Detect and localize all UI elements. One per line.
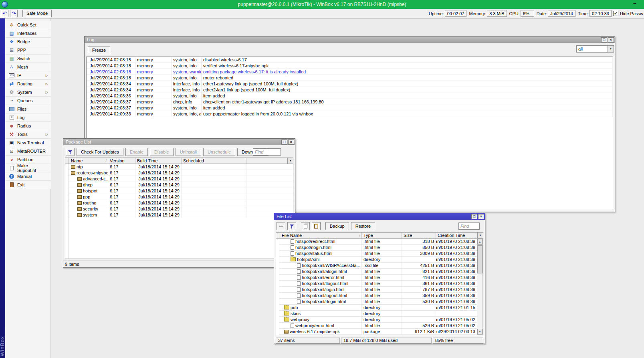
sidebar-item-bridge[interactable]: ❖ Bridge [5,38,51,46]
package-find-input[interactable] [253,148,281,156]
sidebar-item-switch[interactable]: ▦ Switch [5,55,51,63]
file-row[interactable]: webproxy/error.html .html file 529 B Jan… [279,323,477,329]
file-row[interactable]: hotspot/xml/rlogin.html .html file 530 B… [279,299,477,305]
log-row[interactable]: Jul/29/2014 02:08:15 memory system, info… [87,57,613,63]
file-header-menu-button[interactable]: ▼ [477,233,483,238]
column-header-version[interactable]: Version [108,158,135,164]
log-close-button[interactable]: × [608,37,614,42]
package-close-button[interactable]: × [288,140,294,145]
restore-button[interactable]: Restore [351,222,375,230]
backup-button[interactable]: Backup [325,222,349,230]
combo-dropdown-icon[interactable]: ▼ [608,45,614,53]
sidebar-item-exit[interactable]: Exit [5,181,51,189]
file-row[interactable]: pub directory Jan/01/1970 21:01:15 [279,305,477,311]
log-maximize-button[interactable]: □ [601,37,607,42]
log-row[interactable]: Jul/29/2014 02:08:37 memory system, info… [87,105,613,111]
column-header-scheduled[interactable]: Scheduled [182,158,246,164]
redo-button[interactable]: ↷ [10,10,18,17]
file-close-button[interactable]: × [478,214,484,219]
column-header-name[interactable]: Name/ [69,158,108,164]
unschedule-button[interactable]: Unschedule [203,148,235,156]
undo-button[interactable]: ↶ [1,10,8,17]
package-row[interactable]: advanced-t... 6.17 Jul/18/2014 15:14:29 [69,176,293,182]
column-header-type[interactable]: Type [362,233,402,238]
package-row[interactable]: ppp 6.17 Jul/18/2014 15:14:29 [69,194,293,200]
file-row[interactable]: hotspot/rlogin.html .html file 850 B Jan… [279,245,477,251]
scroll-down-icon[interactable]: ▼ [477,329,482,334]
scrollbar-thumb[interactable] [477,245,482,273]
log-row[interactable]: Jul/29/2014 02:08:34 memory interface, i… [87,81,613,87]
file-window-titlebar[interactable]: File List □ × [274,213,485,220]
sidebar-item-log[interactable]: ≡ Log [5,113,51,122]
sidebar-item-ppp[interactable]: ⊞ PPP [5,46,51,55]
package-row[interactable]: hotspot 6.17 Jul/18/2014 15:14:29 [69,188,293,194]
package-header-menu-button[interactable]: ▼ [287,158,293,164]
sidebar-item-routing[interactable]: ⇄ Routing ▷ [5,80,51,88]
app-titlebar[interactable]: puppetmaster@20.0.0.1 (MikroTik) - WinBo… [0,0,644,9]
log-row[interactable]: Jul/29/2014 02:08:37 memory dhcp, info d… [87,99,613,105]
package-maximize-button[interactable]: □ [281,140,287,145]
copy-button[interactable] [301,222,310,230]
log-row[interactable]: Jul/29/2014 02:09:33 memory system, info… [87,111,613,117]
sidebar-item-mesh[interactable]: ∴ Mesh [5,63,51,71]
package-window-titlebar[interactable]: Package List □ × [63,139,295,145]
sidebar-item-new-terminal[interactable]: ▣ New Terminal [5,139,51,147]
package-filter-button[interactable] [66,148,75,156]
file-row[interactable]: hotspot/xml directory Jan/01/1970 21:08:… [279,257,477,263]
sidebar-item-partition[interactable]: ◕ Partition [5,156,51,164]
column-header-build-time[interactable]: Build Time [135,158,182,164]
package-row[interactable]: system 6.17 Jul/18/2014 15:14:29 [69,212,293,218]
log-filter-combobox[interactable]: all ▼ [576,45,614,53]
log-row[interactable]: Jul/29/2014 02:08:34 memory interface, i… [87,87,613,93]
file-row[interactable]: skins directory [279,311,477,317]
file-row[interactable]: hotspot/xml/alogin.html .html file 821 B… [279,269,477,275]
file-row[interactable]: hotspot/xml/error.html .html file 416 B … [279,275,477,281]
sidebar-item-manual[interactable]: ? Manual [5,172,51,181]
check-for-updates-button[interactable]: Check For Updates [77,148,123,156]
file-filter-button[interactable] [287,222,296,230]
package-row[interactable]: dhcp 6.17 Jul/18/2014 15:14:29 [69,182,293,188]
sidebar-item-system[interactable]: ⚙ System ▷ [5,88,51,97]
freeze-button[interactable]: Freeze [88,46,110,54]
minimize-button[interactable]: – [631,0,638,6]
sidebar-item-quick-set[interactable]: ✼ Quick Set [5,21,51,29]
log-row[interactable]: Jul/29/2014 02:08:18 memory system, warn… [87,69,613,75]
package-row[interactable]: routing 6.17 Jul/18/2014 15:14:29 [69,200,293,206]
file-find-input[interactable] [458,222,480,230]
sidebar-item-tools[interactable]: ⚒ Tools ▷ [5,130,51,139]
log-row[interactable]: Jul/29/2014 02:08:18 memory system, info… [87,75,613,81]
log-row[interactable]: Jul/29/2014 02:08:18 memory system, info… [87,63,613,69]
log-row[interactable]: Jul/29/2014 02:08:36 memory system, info… [87,93,613,99]
enable-button[interactable]: Enable [125,148,148,156]
column-header-size[interactable]: Size [402,233,436,238]
scroll-up-icon[interactable]: ▲ [477,239,482,245]
package-row[interactable]: routeros-mipsbe 6.17 Jul/18/2014 15:14:2… [69,170,293,176]
sidebar-item-queues[interactable]: ◔ Queues [5,97,51,105]
remove-file-button[interactable] [277,222,285,230]
file-row[interactable]: hotspot/xml/logout.html .html file 359 B… [279,293,477,299]
column-header-creation-time[interactable]: Creation Time [436,233,477,238]
file-row[interactable]: webproxy directory Jan/01/1970 21:05:02 [279,317,477,323]
column-header-file-name[interactable]: File Name/ [279,233,362,238]
file-row[interactable]: wireless-6.17-mipsbe.npk package 912.1 K… [279,329,477,335]
log-window-titlebar[interactable]: Log □ × [85,36,615,43]
disable-button[interactable]: Disable [150,148,174,156]
file-row[interactable]: hotspot/status.html .html file 3009 B Ja… [279,251,477,257]
sidebar-item-interfaces[interactable]: ▤ Interfaces [5,29,51,38]
uninstall-button[interactable]: Uninstall [176,148,201,156]
sidebar-item-metarouter[interactable]: ⊡ MetaROUTER [5,147,51,156]
file-row[interactable]: hotspot/redirect.html .html file 318 B J… [279,239,477,245]
file-row[interactable]: hotspot/xml/WISPAccessGa... .xsd file 42… [279,263,477,269]
sidebar-item-files[interactable]: Files [5,105,51,113]
sidebar-item-radius[interactable]: ☻ Radius [5,122,51,130]
file-row[interactable]: hotspot/xml/flogout.html .html file 361 … [279,281,477,287]
file-maximize-button[interactable]: □ [471,214,477,219]
file-row[interactable]: hotspot/xml/login.html .html file 787 B … [279,287,477,293]
sidebar-item-make-supout[interactable]: Make Supout.rif [5,164,51,172]
package-row[interactable]: security 6.17 Jul/18/2014 15:14:29 [69,206,293,212]
hide-passwords-checkbox[interactable]: ✔ [613,11,618,16]
file-list-scrollbar[interactable]: ▲ ▼ [477,239,483,335]
paste-button[interactable] [312,222,321,230]
sidebar-item-ip[interactable]: 255 IP ▷ [5,71,51,80]
safe-mode-button[interactable]: Safe Mode [22,10,52,17]
